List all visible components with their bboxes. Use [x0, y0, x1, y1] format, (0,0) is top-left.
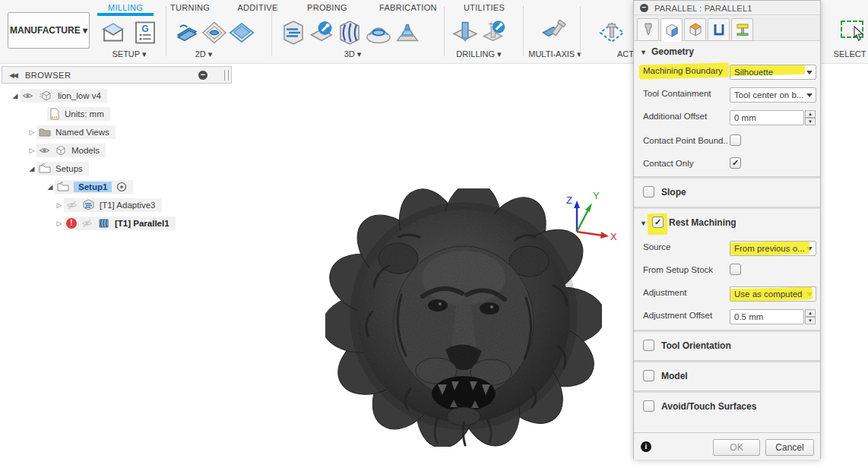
swarf-icon[interactable] [540, 19, 567, 46]
svg-text:G: G [141, 24, 148, 34]
new-setup-icon[interactable] [100, 19, 127, 46]
adjustment-offset-input[interactable]: 0.5 mm [730, 309, 804, 324]
hidden-eye-icon[interactable] [66, 200, 78, 210]
cancel-button[interactable]: Cancel [765, 439, 814, 456]
3d-parallel-icon[interactable] [336, 19, 363, 46]
slope-section-header[interactable]: Slope [661, 187, 686, 198]
face-icon[interactable] [228, 19, 255, 46]
collapsed-triangle-icon[interactable]: ▷ [55, 220, 64, 227]
2d-adaptive-icon[interactable] [173, 19, 201, 46]
tool-orientation-section-header[interactable]: Tool Orientation [661, 340, 731, 351]
simulate-icon[interactable] [598, 19, 626, 46]
from-setup-stock-label: From Setup Stock [643, 265, 728, 274]
tab-milling[interactable]: MILLING [97, 3, 154, 12]
ok-button[interactable]: OK [713, 439, 760, 456]
slope-checkbox[interactable] [643, 186, 654, 198]
dialog-titlebar[interactable]: − PARALLEL : PARALLEL1 [634, 1, 820, 15]
tree-row-named-views[interactable]: ▷ Named Views [27, 125, 116, 139]
additional-offset-input[interactable]: 0 mm [730, 110, 804, 125]
tab-tool-icon[interactable] [637, 18, 659, 41]
adjustment-offset-stepper[interactable]: ▲▼ [805, 309, 816, 324]
morphed-spiral-icon[interactable] [365, 19, 392, 46]
contact-point-boundary-checkbox[interactable] [730, 134, 741, 146]
dialog-tabstrip [634, 15, 820, 41]
tool-containment-dropdown[interactable]: Tool center on b... [730, 87, 816, 103]
expanded-triangle-icon[interactable]: ◢ [46, 183, 55, 191]
error-icon: ! [66, 218, 77, 229]
rest-machining-caret[interactable]: ▼ [640, 220, 647, 227]
contact-only-checkbox[interactable]: ✓ [730, 157, 741, 169]
tree-row-models[interactable]: ▷ Models [27, 144, 106, 157]
axis-y-label: Y [593, 190, 600, 201]
avoid-touch-surfaces-checkbox[interactable] [643, 400, 654, 412]
collapsed-triangle-icon[interactable]: ▷ [55, 201, 64, 209]
dialog-footer: i OK Cancel [634, 432, 820, 460]
rest-machining-section-header[interactable]: Rest Machining [669, 217, 737, 228]
tool-orientation-checkbox[interactable] [643, 340, 654, 351]
tree-row-adaptive3[interactable]: ▷ [T1] Adaptive3 [55, 198, 162, 212]
source-dropdown[interactable]: From previous o... [730, 241, 816, 256]
tab-linking-icon[interactable] [731, 18, 753, 41]
component-icon [55, 144, 67, 157]
tool-containment-label: Tool Containment [643, 89, 728, 98]
adjustment-label: Adjustment [643, 288, 728, 297]
rest-machining-checkbox[interactable]: ✓ [652, 217, 664, 228]
avoid-touch-surfaces-section-header[interactable]: Avoid/Touch Surfaces [661, 401, 756, 412]
from-setup-stock-checkbox[interactable] [730, 264, 741, 275]
origin-target-icon[interactable] [116, 182, 127, 192]
visibility-eye-icon[interactable] [39, 145, 50, 156]
tab-geometry-icon[interactable] [661, 18, 683, 42]
models-label: Models [71, 146, 100, 155]
setup1-label[interactable]: Setup1 [74, 182, 112, 192]
tab-passes-icon[interactable] [708, 18, 730, 41]
2d-pocket-icon[interactable] [201, 19, 228, 46]
setup-folder-icon [57, 182, 69, 192]
tab-probing[interactable]: PROBING [307, 3, 347, 12]
tree-row-setups[interactable]: ◢ Setups [27, 162, 89, 176]
3d-adaptive-icon[interactable] [280, 19, 307, 46]
group-label-setup[interactable]: SETUP ▾ [102, 49, 157, 59]
expanded-triangle-icon[interactable]: ◢ [27, 165, 36, 172]
group-label-multiaxis[interactable]: MULTI-AXIS ▾ [527, 49, 583, 59]
tab-fabrication[interactable]: FABRICATION [379, 3, 434, 12]
hide-panel-icon[interactable]: − [198, 71, 207, 80]
hidden-eye-icon[interactable] [81, 218, 93, 229]
workspace-switcher-button[interactable]: MANUFACTURE ▾ [8, 12, 90, 49]
model-checkbox[interactable] [643, 370, 654, 381]
visibility-eye-icon[interactable] [22, 90, 33, 101]
additional-offset-stepper[interactable]: ▲▼ [805, 110, 816, 125]
tab-turning[interactable]: TURNING [169, 3, 211, 12]
group-label-drilling[interactable]: DRILLING ▾ [451, 49, 506, 59]
tree-row-setup1[interactable]: ◢ Setup1 [46, 180, 133, 194]
setups-folder-icon [39, 163, 51, 174]
group-label-3d[interactable]: 3D ▾ [331, 49, 374, 59]
setups-label: Setups [55, 164, 83, 173]
collapsed-triangle-icon[interactable]: ▷ [27, 147, 36, 154]
dialog-collapse-icon[interactable]: − [640, 4, 648, 12]
group-label-2d[interactable]: 2D ▾ [182, 49, 225, 59]
post-process-icon[interactable]: G [131, 19, 159, 46]
ramp-icon[interactable] [394, 19, 421, 46]
browser-title: BROWSER [25, 71, 71, 80]
panel-resize-grip[interactable] [224, 70, 229, 81]
drill-icon[interactable] [451, 19, 479, 46]
info-icon[interactable]: i [641, 441, 651, 452]
collapse-panel-icon[interactable]: ◀◀ [9, 71, 17, 79]
3d-edit-icon[interactable] [308, 19, 335, 46]
section-separator [634, 207, 820, 209]
tree-row-parallel1[interactable]: ▷ ! [T1] Parallel1 [55, 217, 176, 230]
model-section-header[interactable]: Model [661, 371, 688, 381]
select-tool-label: SELECT [830, 49, 868, 58]
tab-utilities[interactable]: UTILITIES [464, 3, 502, 12]
tab-heights-icon[interactable] [684, 18, 706, 41]
dialog-title: PARALLEL : PARALLEL1 [654, 4, 752, 13]
tree-row-units[interactable]: Units: mm [47, 107, 110, 121]
folder-icon [39, 127, 51, 138]
machining-boundary-dropdown[interactable]: Silhouette [730, 65, 816, 80]
collapsed-triangle-icon[interactable]: ▷ [27, 128, 36, 136]
geometry-section-header[interactable]: ▼Geometry [640, 46, 694, 57]
drill-edit-icon[interactable]: + [480, 19, 508, 46]
expanded-triangle-icon[interactable]: ◢ [11, 92, 20, 100]
tree-row-document[interactable]: ◢ lion_low v4 [11, 89, 107, 103]
adjustment-dropdown[interactable]: Use as computed [730, 286, 816, 302]
